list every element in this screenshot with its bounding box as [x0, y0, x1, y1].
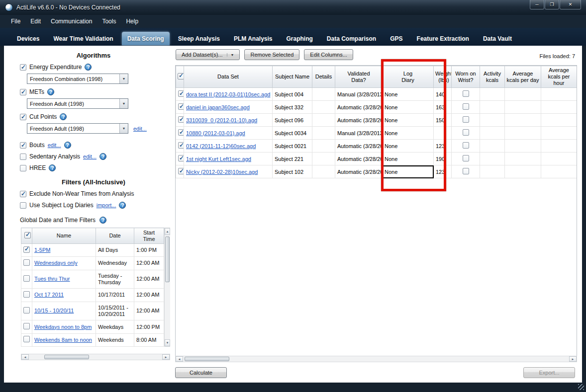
avg-kcals-day-cell[interactable] — [505, 165, 541, 178]
worn-on-wrist-checkbox[interactable] — [463, 142, 469, 149]
details-cell[interactable] — [312, 114, 335, 127]
details-cell[interactable] — [312, 165, 335, 178]
activity-kcals-cell[interactable] — [480, 114, 505, 127]
validated-cell[interactable]: Automatic (3/28/2013) — [335, 165, 383, 178]
hree-checkbox[interactable] — [20, 165, 26, 171]
filter-name-link[interactable]: Wednesdays only — [34, 260, 78, 266]
menu-tools[interactable]: Tools — [97, 16, 121, 27]
col-validated-data[interactable]: Validated Data? — [335, 66, 383, 88]
title-bar[interactable]: ActiLife v6.6.0 - No Devices Connected ─… — [0, 0, 586, 15]
add-datasets-button[interactable]: Add Dataset(s)... ▼ — [176, 49, 240, 60]
tab-sleep-analysis[interactable]: Sleep Analysis — [173, 32, 225, 45]
row-checkbox[interactable] — [178, 90, 184, 97]
weight-cell[interactable]: 123 — [434, 165, 452, 178]
help-icon[interactable]: ? — [99, 217, 106, 224]
scroll-left-icon[interactable]: ◄ — [21, 354, 29, 360]
validated-cell[interactable]: Manual (3/28/2013 — [335, 88, 383, 101]
scroll-left-icon[interactable]: ◄ — [176, 356, 183, 362]
worn-on-wrist-checkbox[interactable] — [463, 90, 469, 97]
filter-name-link[interactable]: 1-5PM — [34, 247, 50, 253]
weight-cell[interactable]: 190 — [434, 153, 452, 165]
dataset-link[interactable]: 3310039_0 (2012-01-10).agd — [186, 117, 257, 123]
validated-cell[interactable]: Automatic (3/28/2013) — [335, 153, 383, 165]
help-icon[interactable]: ? — [99, 153, 106, 160]
details-cell[interactable] — [312, 88, 335, 101]
help-icon[interactable]: ? — [85, 64, 92, 71]
filter-row-checkbox[interactable] — [23, 275, 30, 282]
mets-dropdown[interactable]: Freedson Adult (1998) ▼ — [27, 98, 128, 109]
avg-kcals-day-cell[interactable] — [505, 153, 541, 165]
avg-kcals-day-cell[interactable] — [505, 88, 541, 101]
remove-selected-button[interactable]: Remove Selected — [244, 49, 299, 60]
filter-header-checkbox[interactable] — [24, 232, 31, 238]
weight-cell[interactable]: 123 — [434, 140, 452, 153]
help-icon[interactable]: ? — [60, 113, 67, 120]
dataset-table-horizontal-scrollbar[interactable]: ◄ ► — [175, 356, 577, 362]
row-checkbox[interactable] — [178, 116, 184, 123]
filter-name-link[interactable]: Tues thru Thur — [34, 276, 70, 282]
filter-col-start-time[interactable]: Start Time — [134, 228, 164, 244]
activity-kcals-cell[interactable] — [480, 127, 505, 140]
import-link[interactable]: import... — [97, 202, 116, 208]
subject-name-cell[interactable]: Subject 0021 — [273, 140, 312, 153]
help-icon[interactable]: ? — [64, 142, 71, 149]
validated-cell[interactable]: Automatic (3/28/2013) — [335, 114, 383, 127]
export-button[interactable]: Export... — [523, 367, 575, 378]
subject-name-cell[interactable]: Subject 0034 — [273, 127, 312, 140]
validated-cell[interactable]: Automatic (3/28/2013) — [335, 140, 383, 153]
tab-data-vault[interactable]: Data Vault — [478, 32, 517, 45]
tab-data-comparison[interactable]: Data Comparison — [321, 32, 382, 45]
menu-file[interactable]: File — [6, 16, 25, 27]
scroll-down-icon[interactable]: ▼ — [165, 339, 170, 346]
scrollbar-thumb[interactable] — [165, 236, 170, 282]
filter-name-link[interactable]: Weekends 8am to noon — [34, 337, 92, 343]
exclude-non-wear-checkbox[interactable] — [20, 191, 26, 197]
avg-kcals-day-cell[interactable] — [505, 127, 541, 140]
row-checkbox[interactable] — [178, 142, 184, 149]
avg-kcals-hour-cell[interactable] — [541, 101, 577, 114]
worn-on-wrist-checkbox[interactable] — [463, 103, 469, 110]
cut-points-checkbox[interactable] — [20, 114, 26, 120]
help-icon[interactable]: ? — [119, 202, 126, 209]
resize-grip-icon[interactable] — [578, 384, 584, 390]
log-diary-cell-selected[interactable]: None — [383, 165, 434, 178]
weight-cell[interactable]: 150 — [434, 114, 452, 127]
details-cell[interactable] — [312, 153, 335, 165]
scrollbar-thumb[interactable] — [44, 355, 89, 359]
tab-wear-time-validation[interactable]: Wear Time Validation — [48, 32, 118, 45]
avg-kcals-day-cell[interactable] — [505, 114, 541, 127]
log-diary-cell[interactable]: None — [383, 88, 434, 101]
tab-devices[interactable]: Devices — [11, 32, 45, 45]
col-avg-kcals-hour[interactable]: Average kcals per hour — [541, 66, 577, 88]
avg-kcals-hour-cell[interactable] — [541, 88, 577, 101]
sidebar-horizontal-scrollbar[interactable]: ◄ ► — [21, 354, 170, 360]
validated-cell[interactable]: Manual (3/28/2013 — [335, 127, 383, 140]
avg-kcals-hour-cell[interactable] — [541, 127, 577, 140]
dataset-link[interactable]: 1st night Kurt Left1sec.agd — [186, 156, 251, 162]
log-diary-cell[interactable]: None — [383, 114, 434, 127]
avg-kcals-hour-cell[interactable] — [541, 165, 577, 178]
worn-on-wrist-checkbox[interactable] — [463, 155, 469, 161]
menu-edit[interactable]: Edit — [25, 16, 46, 27]
weight-cell[interactable] — [434, 127, 452, 140]
details-cell[interactable] — [312, 101, 335, 114]
dataset-link[interactable]: daniel in japan360sec.agd — [186, 104, 250, 110]
details-cell[interactable] — [312, 140, 335, 153]
col-data-set[interactable]: Data Set — [184, 66, 273, 88]
activity-kcals-cell[interactable] — [480, 165, 505, 178]
filter-name-link[interactable]: Oct 17 2011 — [34, 292, 64, 298]
filter-col-date[interactable]: Date — [96, 228, 134, 244]
tab-graphing[interactable]: Graphing — [281, 32, 318, 45]
maximize-button[interactable]: ❐ — [545, 0, 559, 9]
row-checkbox[interactable] — [178, 155, 184, 161]
edit-columns-button[interactable]: Edit Columns... — [304, 49, 353, 60]
filter-row-checkbox[interactable] — [23, 336, 30, 342]
row-checkbox[interactable] — [178, 129, 184, 136]
col-details[interactable]: Details — [312, 66, 335, 88]
avg-kcals-day-cell[interactable] — [505, 140, 541, 153]
avg-kcals-hour-cell[interactable] — [541, 140, 577, 153]
log-diary-cell[interactable]: None — [383, 153, 434, 165]
subject-name-cell[interactable]: Subject 102 — [273, 165, 312, 178]
filter-col-name[interactable]: Name — [32, 228, 96, 244]
activity-kcals-cell[interactable] — [480, 140, 505, 153]
